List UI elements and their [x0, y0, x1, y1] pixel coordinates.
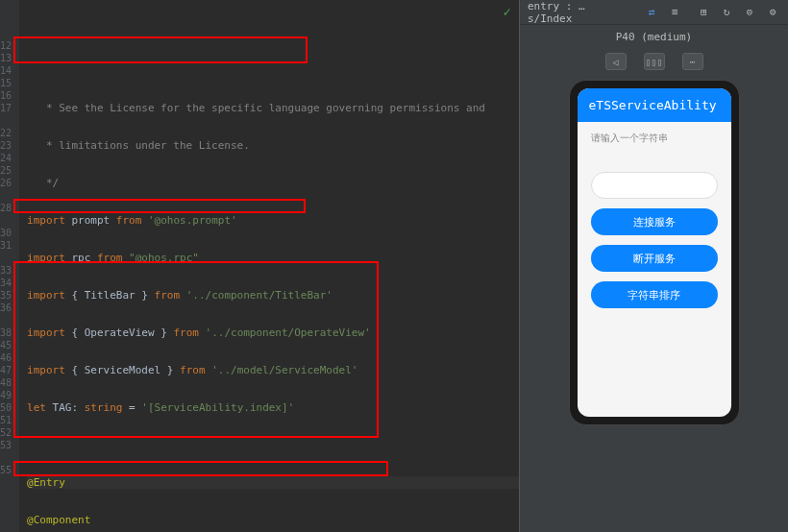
preview-nav-buttons: ◁ ▯▯▯ ⋯ — [520, 49, 788, 76]
preview-tab-label[interactable]: entry : …s/Index — [528, 0, 628, 25]
sort-string-button[interactable]: 字符串排序 — [591, 281, 718, 308]
panel-swap-icon[interactable]: ⇄ — [644, 5, 659, 20]
highlight-box — [13, 36, 308, 63]
highlight-box — [13, 461, 388, 476]
analysis-ok-icon: ✓ — [504, 4, 511, 19]
preview-toolbar: entry : …s/Index ⇄ ≡ ⊞ ↻ ⊜ ⚙ — [520, 0, 788, 25]
nav-split-button[interactable]: ▯▯▯ — [644, 53, 665, 70]
nav-more-button[interactable]: ⋯ — [682, 53, 703, 70]
device-name: P40 (medium) — [520, 25, 788, 49]
line-gutter: 121314151617 222324252628 303133343536 3… — [0, 0, 19, 532]
nav-back-button[interactable]: ◁ — [605, 53, 627, 70]
disconnect-service-button[interactable]: 断开服务 — [591, 245, 718, 272]
input-hint: 请输入一个字符串 — [591, 132, 718, 145]
connect-service-button[interactable]: 连接服务 — [591, 208, 718, 235]
layers-icon[interactable]: ≡ — [667, 5, 682, 20]
text-input[interactable] — [591, 172, 718, 199]
grid-icon[interactable]: ⊞ — [696, 5, 711, 20]
highlight-box — [13, 199, 306, 213]
message-icon[interactable]: ⊜ — [742, 5, 757, 20]
preview-panel: entry : …s/Index ⇄ ≡ ⊞ ↻ ⊜ ⚙ P40 (medium… — [519, 0, 788, 532]
device-frame: eTSServiceAbility 请输入一个字符串 连接服务 断开服务 字符串… — [569, 80, 740, 425]
device-screen[interactable]: eTSServiceAbility 请输入一个字符串 连接服务 断开服务 字符串… — [578, 88, 731, 417]
code-area[interactable]: * See the License for the specific langu… — [19, 0, 519, 532]
settings-icon[interactable]: ⚙ — [765, 5, 780, 20]
app-title: eTSServiceAbility — [578, 88, 731, 122]
refresh-icon[interactable]: ↻ — [719, 5, 734, 20]
code-editor-panel[interactable]: ✓ 121314151617 222324252628 303133343536… — [0, 0, 519, 532]
